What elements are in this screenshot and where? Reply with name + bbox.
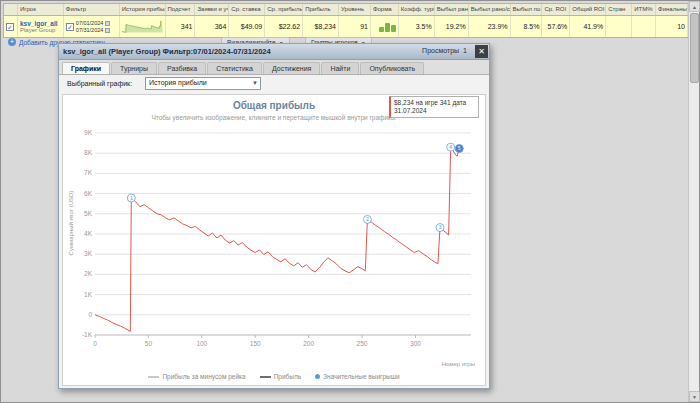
column-header-avg-stake[interactable]: Ср. ставка	[229, 4, 265, 15]
legend-label: Прибыль за минусом рейка	[162, 373, 245, 380]
profit-sparkline-svg	[122, 20, 163, 33]
views-label: Просмотры	[422, 47, 459, 54]
window-title: ksv_igor_all (Player Group) Фильтр:07/01…	[63, 47, 271, 56]
row-checkbox[interactable]: ✓	[6, 23, 14, 31]
column-header-ability[interactable]: Уровень	[339, 4, 371, 15]
itm-cell	[632, 16, 656, 37]
filter-date-to[interactable]: 07/31/2024	[76, 27, 111, 33]
legend-item[interactable]: Значительные выигрыши	[315, 373, 399, 380]
column-header-form[interactable]: Форма	[371, 4, 399, 15]
svg-text:200: 200	[303, 340, 314, 347]
column-header-select	[4, 4, 18, 15]
busted-early-cell: 19.2%	[435, 16, 469, 37]
svg-text:250: 250	[357, 340, 368, 347]
scroll-down-icon[interactable]: ▼	[689, 391, 700, 402]
tooltip-line1: $8,234 на игре 341 дата	[394, 99, 475, 107]
column-header-player[interactable]: Игрок	[18, 4, 64, 15]
column-header-count[interactable]: Подсчет	[166, 4, 196, 15]
column-header-busted-late[interactable]: Выбыл по.	[511, 4, 543, 15]
profit-chart-panel: Общая прибыль Чтобы увеличить изображени…	[62, 94, 486, 386]
filter-dates: 07/01/2024 07/31/2024	[76, 20, 111, 33]
tab-Найти[interactable]: Найти	[321, 62, 359, 74]
column-header-busted-early-mid[interactable]: Выбыл рано/средне	[469, 4, 511, 15]
graph-select-dropdown[interactable]: История прибыли ▼	[145, 77, 261, 90]
chart-tooltip: $8,234 на игре 341 дата 31.07.2024	[389, 96, 479, 118]
chevron-down-icon: ▼	[252, 80, 258, 86]
avg-roi-cell: 57.6%	[542, 16, 570, 37]
form-cell	[371, 16, 399, 37]
tab-Графики[interactable]: Графики	[62, 62, 110, 74]
avg-profit-cell: $22.62	[265, 16, 303, 37]
calendar-icon[interactable]	[105, 21, 110, 26]
svg-text:6K: 6K	[84, 190, 93, 197]
svg-text:9K: 9K	[84, 129, 93, 136]
svg-text:4K: 4K	[84, 230, 93, 237]
busted-early-mid-cell: 23.9%	[469, 16, 511, 37]
final-tables-cell: 10	[656, 16, 688, 37]
table-header-row: Игрок Фильтр История прибыли Подсчет Зая…	[4, 4, 688, 16]
turbo-factor-cell: 3.5%	[399, 16, 435, 37]
svg-text:3: 3	[439, 224, 442, 230]
column-header-entries[interactable]: Заявки и уч.	[195, 4, 229, 15]
column-header-total-roi[interactable]: Общий ROI	[570, 4, 606, 15]
legend-label: Значительные выигрыши	[323, 373, 399, 380]
player-cell: ksv_igor_all Player Group	[18, 16, 64, 37]
column-header-avg-roi[interactable]: Ср. ROI	[542, 4, 570, 15]
player-name-link[interactable]: ksv_igor_all	[20, 20, 58, 27]
y-axis-label: Суммарный итог (USD)	[68, 153, 74, 293]
player-type-label: Player Group	[20, 27, 55, 34]
tab-Разбивка[interactable]: Разбивка	[158, 62, 206, 74]
vertical-scrollbar[interactable]: ▲ ▼	[688, 1, 699, 402]
svg-text:-1K: -1K	[82, 331, 93, 338]
calendar-icon[interactable]	[105, 28, 110, 33]
column-header-profit-history[interactable]: История прибыли	[120, 4, 166, 15]
legend-item[interactable]: Прибыль за минусом рейка	[148, 373, 245, 380]
window-titlebar[interactable]: ksv_igor_all (Player Group) Фильтр:07/01…	[59, 44, 489, 60]
legend-item[interactable]: Прибыль	[260, 373, 302, 380]
column-header-itm[interactable]: ИТМ%	[632, 4, 656, 15]
views-indicator: Просмотры 1	[422, 47, 467, 54]
column-header-final-tables[interactable]: Финальные	[656, 4, 688, 15]
form-bars-icon	[379, 22, 396, 32]
profit-history-cell[interactable]	[120, 16, 166, 37]
count-cell: 341	[166, 16, 196, 37]
filter-checkbox[interactable]: ✓	[66, 23, 74, 31]
country-cell	[606, 16, 632, 37]
column-header-profit[interactable]: Прибыль	[303, 4, 339, 15]
player-stats-table: Игрок Фильтр История прибыли Подсчет Зая…	[3, 3, 689, 38]
profit-chart-svg[interactable]: 9K8K7K6K5K4K3K2K1K0-1K050100150200250300…	[65, 127, 483, 355]
scroll-up-icon[interactable]: ▲	[689, 1, 700, 12]
graph-select-value: История прибыли	[149, 79, 207, 86]
svg-text:8K: 8K	[84, 149, 93, 156]
svg-text:0: 0	[93, 340, 97, 347]
tab-Статистика[interactable]: Статистика	[207, 62, 262, 74]
scrollbar-thumb[interactable]	[690, 13, 699, 83]
tab-strip: ГрафикиТурнирыРазбивкаСтатистикаДостижен…	[59, 60, 489, 75]
column-header-busted-early[interactable]: Выбыл рано	[435, 4, 469, 15]
views-count: 1	[463, 47, 467, 54]
row-select-cell: ✓	[4, 16, 18, 37]
column-header-avg-profit[interactable]: Ср. прибыль	[265, 4, 303, 15]
graph-selector-row: Выбранный график: История прибыли ▼	[59, 75, 489, 92]
graph-selector-label: Выбранный график:	[67, 80, 132, 87]
chart-legend: Прибыль за минусом рейкаПрибыльЗначитель…	[63, 373, 485, 380]
player-detail-window: ksv_igor_all (Player Group) Фильтр:07/01…	[58, 43, 490, 389]
svg-text:2: 2	[366, 216, 369, 222]
column-header-turbo[interactable]: Коэфф. турб.	[399, 4, 435, 15]
x-axis-label: Номер игры	[442, 361, 475, 367]
svg-text:5: 5	[458, 145, 461, 151]
column-header-country[interactable]: Стран	[606, 4, 632, 15]
filter-date-from[interactable]: 07/01/2024	[76, 20, 111, 26]
svg-text:7K: 7K	[84, 169, 93, 176]
plus-icon: +	[8, 38, 16, 46]
svg-text:100: 100	[196, 340, 207, 347]
column-header-filter[interactable]: Фильтр	[64, 4, 120, 15]
tab-Турниры[interactable]: Турниры	[111, 62, 157, 74]
tab-Достижения[interactable]: Достижения	[263, 62, 320, 74]
svg-text:50: 50	[145, 340, 153, 347]
close-icon[interactable]: ✕	[475, 45, 488, 58]
tab-Опубликовать[interactable]: Опубликовать	[360, 62, 424, 74]
sharkscope-page: Игрок Фильтр История прибыли Подсчет Зая…	[0, 0, 700, 403]
total-roi-cell: 41.9%	[570, 16, 606, 37]
legend-line-icon	[260, 376, 271, 378]
